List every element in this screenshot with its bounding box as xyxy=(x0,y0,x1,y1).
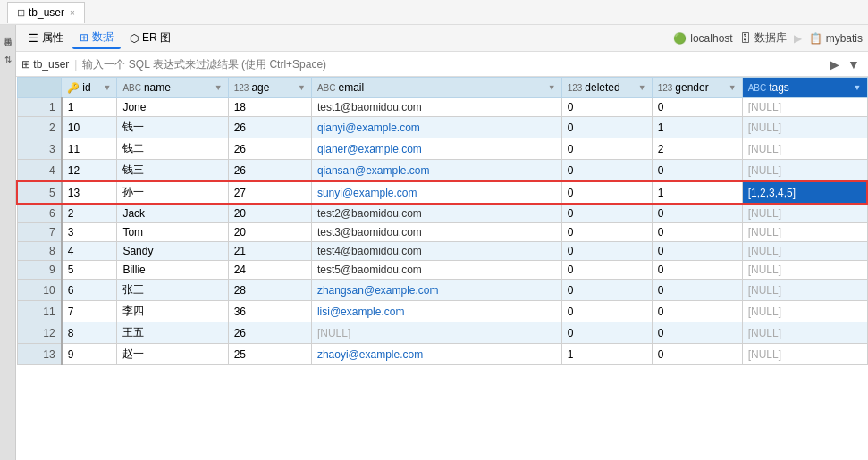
cell-gender: 0 xyxy=(652,160,742,182)
row-number: 9 xyxy=(17,261,62,280)
data-button[interactable]: ⊞ 数据 xyxy=(72,27,121,49)
filter-input[interactable] xyxy=(82,58,825,71)
left-icon-sort[interactable]: ⇅ xyxy=(4,54,12,64)
col-email-sort[interactable]: ▼ xyxy=(548,83,556,92)
cell-deleted: 0 xyxy=(561,301,652,322)
cell-age: 24 xyxy=(228,261,311,280)
cell-tags: [NULL] xyxy=(742,117,867,138)
toolbar: ☰ 属性 ⊞ 数据 ⬡ ER 图 🟢 localhost 🗄 数据库 xyxy=(16,25,868,52)
col-age-type: 123 xyxy=(234,83,249,93)
table-row[interactable]: 84Sandy21test4@baomidou.com00[NULL] xyxy=(17,242,867,261)
cell-email: test5@baomidou.com xyxy=(311,261,561,280)
table-row[interactable]: 139赵一25zhaoyi@example.com10[NULL] xyxy=(17,344,867,365)
cell-id: 8 xyxy=(62,322,117,344)
row-number: 13 xyxy=(17,344,62,365)
cell-deleted: 0 xyxy=(561,223,652,242)
cell-id: 5 xyxy=(62,261,117,280)
cell-tags: [NULL] xyxy=(742,223,867,242)
cell-tags: [NULL] xyxy=(742,322,867,344)
cell-name: Sandy xyxy=(117,242,228,261)
row-number: 6 xyxy=(17,204,62,223)
separator: ▶ xyxy=(794,32,802,45)
col-header-age[interactable]: 123 age ▼ xyxy=(228,78,311,98)
cell-email: lisi@example.com xyxy=(311,301,561,322)
er-button[interactable]: ⬡ ER 图 xyxy=(122,28,178,48)
run-button[interactable]: ▶ xyxy=(825,55,843,73)
col-age-label: age xyxy=(251,81,269,94)
cell-tags: [NULL] xyxy=(742,301,867,322)
data-table: 🔑 id ▼ ABC name ▼ xyxy=(16,77,868,365)
filter-separator: | xyxy=(74,58,77,71)
dropdown-button[interactable]: ▼ xyxy=(845,55,863,73)
left-icon-grid[interactable]: ⊞ xyxy=(4,38,12,47)
table-header-row: 🔑 id ▼ ABC name ▼ xyxy=(17,78,867,98)
table-container[interactable]: 🔑 id ▼ ABC name ▼ xyxy=(16,77,868,460)
cell-age: 18 xyxy=(228,98,311,117)
table-row[interactable]: 117李四36lisi@example.com00[NULL] xyxy=(17,301,867,322)
cell-gender: 0 xyxy=(652,301,742,322)
cell-deleted: 0 xyxy=(561,181,652,204)
database-label: 数据库 xyxy=(754,30,787,46)
col-header-rownum[interactable] xyxy=(17,78,62,98)
table-row[interactable]: 62Jack20test2@baomidou.com00[NULL] xyxy=(17,204,867,223)
cell-age: 27 xyxy=(228,181,311,204)
cell-deleted: 0 xyxy=(561,98,652,117)
row-number: 8 xyxy=(17,242,62,261)
table-row[interactable]: 513孙一27sunyi@example.com01[1,2,3,4,5] xyxy=(17,181,867,204)
col-header-email[interactable]: ABC email ▼ xyxy=(311,78,561,98)
cell-id: 7 xyxy=(62,301,117,322)
table-name-label: ⊞ tb_user xyxy=(21,58,69,71)
table-row[interactable]: 106张三28zhangsan@example.com00[NULL] xyxy=(17,280,867,301)
col-gender-sort[interactable]: ▼ xyxy=(729,83,737,92)
table-row[interactable]: 11Jone18test1@baomidou.com00[NULL] xyxy=(17,98,867,117)
cell-email: qiansan@example.com xyxy=(311,160,561,182)
cell-id: 6 xyxy=(62,280,117,301)
cell-name: 赵一 xyxy=(117,344,228,365)
cell-name: 孙一 xyxy=(117,181,228,204)
col-header-gender[interactable]: 123 gender ▼ xyxy=(652,78,742,98)
database-item: 🗄 数据库 xyxy=(740,30,787,46)
cell-age: 20 xyxy=(228,223,311,242)
cell-name: 钱三 xyxy=(117,160,228,182)
col-header-name[interactable]: ABC name ▼ xyxy=(117,78,228,98)
row-number: 12 xyxy=(17,322,62,344)
cell-name: 李四 xyxy=(117,301,228,322)
col-tags-sort[interactable]: ▼ xyxy=(854,83,862,92)
cell-age: 21 xyxy=(228,242,311,261)
col-id-label: id xyxy=(82,81,90,94)
col-header-tags[interactable]: ABC tags ▼ xyxy=(742,78,867,98)
col-header-id[interactable]: 🔑 id ▼ xyxy=(62,78,117,98)
cell-id: 12 xyxy=(62,160,117,182)
cell-gender: 0 xyxy=(652,280,742,301)
cell-name: 王五 xyxy=(117,322,228,344)
col-age-sort[interactable]: ▼ xyxy=(298,83,306,92)
tab-close-icon[interactable]: × xyxy=(70,8,75,18)
table-row[interactable]: 128王五26[NULL]00[NULL] xyxy=(17,322,867,344)
cell-age: 28 xyxy=(228,280,311,301)
col-header-deleted[interactable]: 123 deleted ▼ xyxy=(561,78,652,98)
table-row[interactable]: 95Billie24test5@baomidou.com00[NULL] xyxy=(17,261,867,280)
col-id-sort[interactable]: ▼ xyxy=(103,83,111,92)
data-label: 数据 xyxy=(92,29,114,45)
cell-name: 张三 xyxy=(117,280,228,301)
cell-age: 20 xyxy=(228,204,311,223)
cell-deleted: 0 xyxy=(561,261,652,280)
attr-button[interactable]: ☰ 属性 xyxy=(21,28,71,48)
cell-gender: 0 xyxy=(652,98,742,117)
tab-tb-user[interactable]: ⊞ tb_user × xyxy=(7,2,85,23)
table-row[interactable]: 412钱三26qiansan@example.com00[NULL] xyxy=(17,160,867,182)
col-deleted-label: deleted xyxy=(585,81,619,94)
connection-icon: 🟢 xyxy=(673,32,687,45)
cell-name: Jack xyxy=(117,204,228,223)
col-deleted-sort[interactable]: ▼ xyxy=(638,83,646,92)
table-row[interactable]: 73Tom20test3@baomidou.com00[NULL] xyxy=(17,223,867,242)
attr-label: 属性 xyxy=(42,30,63,46)
table-row[interactable]: 311钱二26qianer@example.com02[NULL] xyxy=(17,138,867,160)
cell-id: 11 xyxy=(62,138,117,160)
row-number: 2 xyxy=(17,117,62,138)
cell-email: test2@baomidou.com xyxy=(311,204,561,223)
cell-id: 10 xyxy=(62,117,117,138)
cell-id: 9 xyxy=(62,344,117,365)
col-name-sort[interactable]: ▼ xyxy=(215,83,223,92)
table-row[interactable]: 210钱一26qianyi@example.com01[NULL] xyxy=(17,117,867,138)
